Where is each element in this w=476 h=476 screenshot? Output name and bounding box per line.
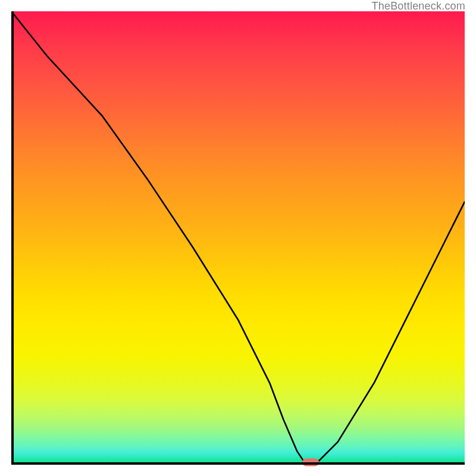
watermark-text: TheBottleneck.com bbox=[372, 0, 465, 12]
curve-svg bbox=[11, 11, 465, 465]
plot-area bbox=[11, 11, 465, 465]
optimal-marker bbox=[302, 459, 319, 466]
bottleneck-chart: TheBottleneck.com bbox=[0, 0, 476, 476]
bottleneck-curve-path bbox=[11, 11, 465, 465]
